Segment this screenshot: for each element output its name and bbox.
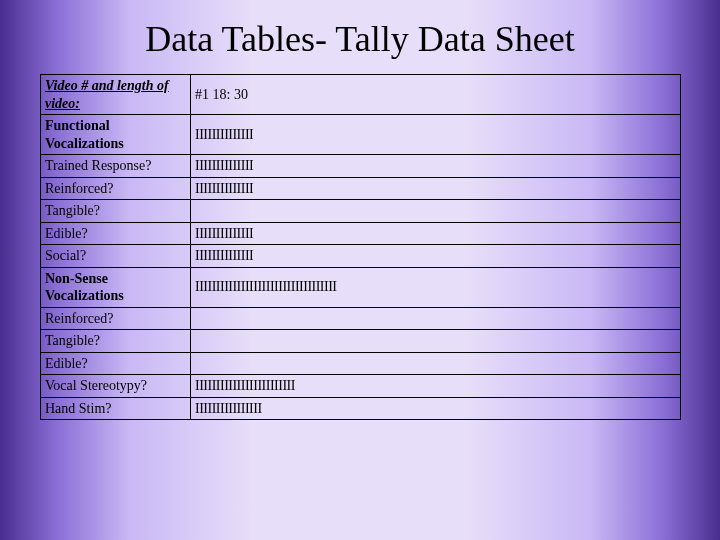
table-row: Vocal Stereotypy?IIIIIIIIIIIIIIIIIIIIIII… (41, 375, 681, 398)
table-row: Reinforced? (41, 307, 681, 330)
row-label: Edible? (41, 222, 191, 245)
tally-cell: IIIIIIIIIIIIIIIIIIIIIIII (191, 375, 681, 398)
tally-cell (191, 200, 681, 223)
table-row: Hand Stim?IIIIIIIIIIIIIIII (41, 397, 681, 420)
table-row: Tangible? (41, 330, 681, 353)
row-label: Edible? (41, 352, 191, 375)
row-label: Non-Sense Vocalizations (41, 267, 191, 307)
tally-cell: IIIIIIIIIIIIII (191, 115, 681, 155)
row-label: Reinforced? (41, 307, 191, 330)
tally-cell: IIIIIIIIIIIIII (191, 245, 681, 268)
tally-cell: IIIIIIIIIIIIIIII (191, 397, 681, 420)
page-title: Data Tables- Tally Data Sheet (40, 18, 680, 60)
row-label: Tangible? (41, 330, 191, 353)
tally-cell: IIIIIIIIIIIIII (191, 155, 681, 178)
tally-cell: IIIIIIIIIIIIII (191, 222, 681, 245)
tally-cell: IIIIIIIIIIIIII (191, 177, 681, 200)
table-row: Functional VocalizationsIIIIIIIIIIIIII (41, 115, 681, 155)
row-label: Vocal Stereotypy? (41, 375, 191, 398)
row-label: Trained Response? (41, 155, 191, 178)
row-label: Reinforced? (41, 177, 191, 200)
table-row: Reinforced?IIIIIIIIIIIIII (41, 177, 681, 200)
table-row: Social?IIIIIIIIIIIIII (41, 245, 681, 268)
row-label: Social? (41, 245, 191, 268)
table-row: Trained Response?IIIIIIIIIIIIII (41, 155, 681, 178)
header-label: Video # and length of video: (41, 75, 191, 115)
tally-cell (191, 307, 681, 330)
tally-cell: IIIIIIIIIIIIIIIIIIIIIIIIIIIIIIIIII (191, 267, 681, 307)
table-row: Edible?IIIIIIIIIIIIII (41, 222, 681, 245)
table-row: Non-Sense VocalizationsIIIIIIIIIIIIIIIII… (41, 267, 681, 307)
header-value: #1 18: 30 (191, 75, 681, 115)
row-label: Hand Stim? (41, 397, 191, 420)
header-row: Video # and length of video: #1 18: 30 (41, 75, 681, 115)
tally-cell (191, 330, 681, 353)
table-row: Tangible? (41, 200, 681, 223)
row-label: Functional Vocalizations (41, 115, 191, 155)
slide: Data Tables- Tally Data Sheet Video # an… (0, 0, 720, 540)
row-label: Tangible? (41, 200, 191, 223)
tally-table: Video # and length of video: #1 18: 30 F… (40, 74, 681, 420)
tally-cell (191, 352, 681, 375)
table-row: Edible? (41, 352, 681, 375)
